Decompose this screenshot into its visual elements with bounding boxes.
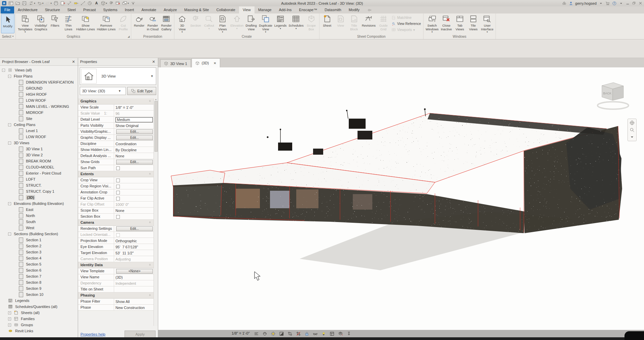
property-row-phase-filter[interactable]: Phase FilterShow All <box>78 299 154 305</box>
ribbon-tab-steel[interactable]: Steel <box>64 6 79 13</box>
type-selector[interactable]: 3D View ▼ <box>80 67 156 85</box>
qat-revit-app-button[interactable]: R <box>1 0 7 6</box>
ribbon-tab-annotate[interactable]: Annotate <box>138 6 160 13</box>
vb-crop-hide-button[interactable] <box>296 331 301 336</box>
navbar-caret-icon[interactable] <box>629 134 635 140</box>
tree-item-high-roof[interactable]: HIGH ROOF <box>0 91 78 97</box>
tree-item-section-1[interactable]: Section 1 <box>0 237 78 243</box>
tree-item-section-4[interactable]: Section 4 <box>0 255 78 261</box>
qat-default-3d-view-button[interactable]: ▾ <box>100 0 108 6</box>
tree-item-elevations-building-elevation[interactable]: −Elevations (Building Elevation) <box>0 200 78 207</box>
property-row-far-clip-offset[interactable]: Far Clip Offset1000' 0" <box>78 202 154 208</box>
ribbon-tab-systems[interactable]: Systems <box>99 6 121 13</box>
ribbon-tab-analyze[interactable]: Analyze <box>160 6 180 13</box>
tree-item-main-level-working[interactable]: MAIN LEVEL - WORKING <box>0 103 78 110</box>
switch-windows-button[interactable]: SwitchWindows▾ <box>425 13 440 34</box>
property-row-scope-box[interactable]: Scope BoxNone <box>78 208 154 214</box>
vb-glasses-button[interactable] <box>313 331 318 336</box>
qat-undo-button[interactable]: ▾ <box>36 0 44 6</box>
modify-button[interactable]: Modify <box>1 14 14 33</box>
ribbon-tab-massing-site[interactable]: Massing & Site <box>180 6 212 13</box>
view-instance-combo[interactable]: 3D View: (3D) ▼ <box>80 87 126 95</box>
vb-shadow-button[interactable] <box>279 331 284 336</box>
ribbon-tab-datasmith[interactable]: Datasmith <box>321 6 345 13</box>
tree-item-section-8[interactable]: Section 8 <box>0 279 78 285</box>
ribbon-tab-collaborate[interactable]: Collaborate <box>213 6 239 13</box>
legends-button[interactable]: Legends▾ <box>273 13 287 34</box>
property-input[interactable]: Medium <box>115 117 153 122</box>
tree-item-section-3[interactable]: Section 3 <box>0 249 78 255</box>
tree-item-floor-plans[interactable]: −Floor Plans <box>0 73 78 79</box>
expand-icon[interactable]: + <box>8 317 11 320</box>
ribbon-tab-file[interactable]: File <box>1 6 14 13</box>
edit-type-button[interactable]: Edit Type <box>127 87 156 95</box>
ribbon-tab-insert[interactable]: Insert <box>121 6 138 13</box>
render-in-cloud-button[interactable]: Renderin Cloud <box>146 13 160 34</box>
tree-item-south[interactable]: South <box>0 219 78 225</box>
view-instance-caret-icon[interactable]: ▼ <box>118 89 121 93</box>
qat-open-button[interactable] <box>14 0 21 6</box>
3d-view-button[interactable]: 3DView▾ <box>175 13 189 34</box>
qat-print-button[interactable] <box>53 0 59 6</box>
sheet-button[interactable]: Sheet <box>320 13 334 34</box>
tree-item-section-7[interactable]: Section 7 <box>0 273 78 279</box>
panel-caret-icon[interactable]: ▾ <box>12 35 14 38</box>
qat-export-button[interactable] <box>60 0 66 6</box>
signed-in-user[interactable]: gerry.hogsed <box>575 1 597 5</box>
tree-item-sheets-all[interactable]: +Sheets (all) <box>0 310 78 316</box>
ribbon-tab-enscape[interactable]: Enscape™ <box>295 6 321 13</box>
tree-item-east[interactable]: East <box>0 207 78 213</box>
property-row-graphic-display[interactable]: Graphic Display ...Edit... <box>78 135 154 141</box>
properties-close-icon[interactable]: ✕ <box>151 60 156 64</box>
tree-item-midroof[interactable]: MIDROOF <box>0 110 78 116</box>
property-row-crop-region-visi[interactable]: Crop Region Visi... <box>78 183 154 189</box>
tree-item-section-10[interactable]: Section 10 <box>0 291 78 298</box>
dialog-launcher-icon[interactable]: ◢ <box>128 35 130 38</box>
tree-item-3d[interactable]: (3D) <box>0 194 78 200</box>
qat-switch-windows-button[interactable]: ▾ <box>122 0 130 6</box>
render-button[interactable]: Render <box>132 13 146 34</box>
tree-item-revit-links[interactable]: Revit Links <box>0 328 78 334</box>
collapse-section-icon[interactable] <box>149 99 152 104</box>
tab-views-button[interactable]: TabViews <box>453 13 467 34</box>
collapse-icon[interactable]: − <box>8 123 11 126</box>
ribbon-tab-manage[interactable]: Manage <box>255 6 275 13</box>
tree-item-sections-building-section[interactable]: −Sections (Building Section) <box>0 231 78 237</box>
tree-item-groups[interactable]: +Groups <box>0 322 78 328</box>
qat-section-marker-button[interactable] <box>108 0 114 6</box>
view-templates-button[interactable]: ViewTemplates▾ <box>17 13 33 34</box>
schedules-button[interactable]: Schedules▾ <box>287 13 304 34</box>
property-row-rendering-settings[interactable]: Rendering SettingsEdit... <box>78 226 154 232</box>
ribbon-tab-modify[interactable]: Modify <box>345 6 363 13</box>
qat-save-button[interactable] <box>21 0 28 6</box>
user-interface-button[interactable]: UserInterface▾ <box>480 13 495 34</box>
tree-item-loft[interactable]: LOFT <box>0 176 78 182</box>
property-row-view-scale[interactable]: View Scale1/8" = 1'-0" <box>78 104 154 111</box>
visibility-graphics-button[interactable]: Visibility/Graphics <box>33 13 48 34</box>
property-edit-button[interactable]: Edit... <box>116 129 152 134</box>
property-edit-button[interactable]: Edit... <box>116 135 152 140</box>
vb-props-button[interactable] <box>330 331 335 336</box>
property-row-discipline[interactable]: DisciplineCoordination <box>78 141 154 147</box>
property-row-dependency[interactable]: DependencyIndependent <box>78 280 154 286</box>
property-row-default-analysis[interactable]: Default Analysis ...None <box>78 153 154 159</box>
qat-customize-qat-button[interactable] <box>130 0 136 6</box>
property-edit-button[interactable]: Edit... <box>116 226 152 231</box>
collapse-section-icon[interactable] <box>149 263 152 268</box>
3d-viewport[interactable]: BACK 1/8" = 1'-0" <box>158 67 644 340</box>
collapse-icon[interactable]: − <box>8 202 11 205</box>
search-icon[interactable] <box>562 1 567 6</box>
property-checkbox[interactable] <box>116 215 120 219</box>
property-row-section-box[interactable]: Section Box <box>78 214 154 220</box>
collapse-icon[interactable]: − <box>2 69 5 72</box>
vb-detail-button[interactable] <box>254 331 259 336</box>
user-menu-caret-icon[interactable] <box>599 1 603 6</box>
property-checkbox[interactable] <box>116 191 120 194</box>
property-row-far-clip-active[interactable]: Far Clip Active <box>78 195 154 202</box>
tree-item-3d-views[interactable]: −3D Views <box>0 140 78 146</box>
qat-sync-button[interactable]: ▾ <box>28 0 36 6</box>
ribbon-tab-architecture[interactable]: Architecture <box>14 6 41 13</box>
help-menu-caret-icon[interactable] <box>619 1 623 6</box>
qat-dimension-button[interactable] <box>66 0 73 6</box>
tree-item-3d-view-2[interactable]: 3D View 2 <box>0 152 78 158</box>
